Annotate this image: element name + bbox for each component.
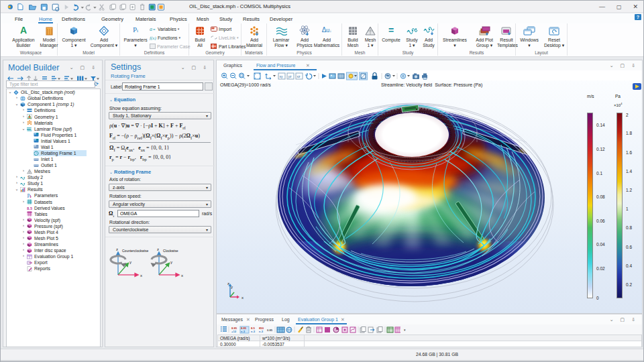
- svg-text:x: x: [241, 296, 244, 300]
- svg-text:Counterclockwise: Counterclockwise: [122, 249, 148, 253]
- svg-text:y: y: [129, 260, 131, 264]
- svg-text:xy: xy: [280, 74, 284, 78]
- svg-text:P: P: [28, 193, 30, 198]
- svg-text:z: z: [227, 282, 229, 286]
- svg-text:Clockwise: Clockwise: [163, 249, 178, 253]
- svg-text:y: y: [170, 260, 172, 264]
- svg-text:yz: yz: [288, 74, 292, 78]
- svg-text:0.85: 0.85: [267, 328, 273, 332]
- svg-text:z: z: [116, 247, 118, 251]
- svg-text:=: =: [153, 27, 156, 32]
- svg-text:e-3: e-3: [241, 330, 246, 333]
- svg-text:e-3: e-3: [251, 330, 256, 333]
- svg-text:x: x: [181, 274, 183, 278]
- svg-text:x: x: [140, 274, 142, 278]
- svg-text:+12: +12: [231, 330, 237, 333]
- svg-text:8.5: 8.5: [27, 206, 32, 210]
- svg-text:a: a: [150, 26, 152, 32]
- svg-text:z: z: [157, 247, 159, 251]
- svg-text:e-3: e-3: [259, 330, 264, 333]
- svg-text:f(x): f(x): [150, 36, 156, 40]
- svg-text:xz: xz: [297, 74, 301, 78]
- svg-text:y: y: [231, 285, 233, 289]
